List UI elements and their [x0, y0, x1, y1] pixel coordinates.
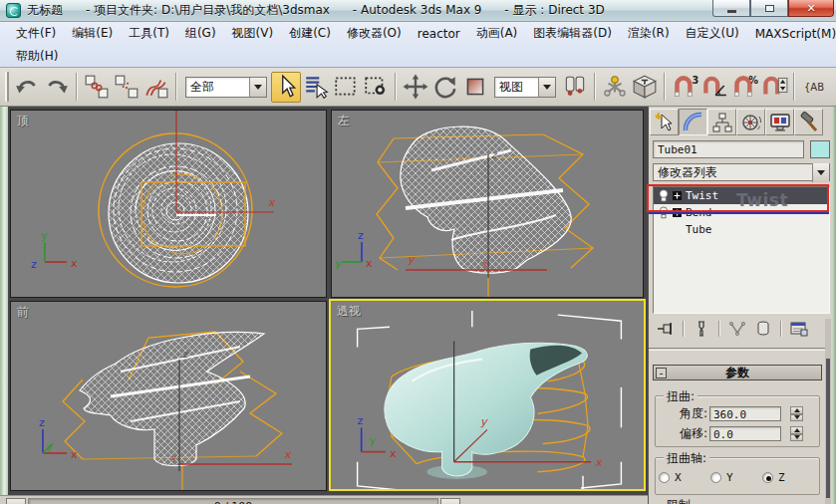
minimize-button[interactable] — [712, 0, 750, 17]
hierarchy-icon — [711, 112, 733, 133]
viewport-front-label[interactable]: 前 — [17, 304, 29, 321]
select-and-scale-button[interactable] — [460, 72, 490, 103]
modify-icon — [683, 112, 704, 133]
rectangular-selection-region-button[interactable] — [331, 72, 361, 103]
menu-modifiers[interactable]: 修改器(O) — [339, 23, 410, 44]
menu-rendering[interactable]: 渲染(R) — [620, 23, 678, 44]
stack-item-bend[interactable]: Bend — [654, 204, 829, 221]
next-frame-button[interactable]: > — [440, 498, 460, 504]
time-slider-track[interactable]: 0 / 100 — [28, 498, 438, 504]
viewport-top-label[interactable]: 顶 — [17, 113, 29, 129]
configure-modifier-sets-button[interactable] — [786, 320, 812, 338]
angle-snap-button[interactable] — [699, 72, 729, 103]
twist-group: 扭曲: 角度: 360.0 偏移: 0.0 — [655, 395, 820, 447]
coordinate-system-dropdown[interactable]: 视图 — [494, 77, 556, 98]
restore-button[interactable] — [750, 0, 788, 17]
object-name-field[interactable]: Tube01 — [653, 140, 804, 158]
bias-spin-down[interactable] — [790, 434, 803, 442]
redo-button[interactable] — [42, 72, 72, 103]
parameters-rollout-header[interactable]: - 参数 — [653, 365, 822, 380]
angle-spin-down[interactable] — [790, 414, 803, 422]
undo-button[interactable] — [12, 72, 42, 103]
window-crossing-button[interactable] — [361, 72, 391, 103]
menu-help[interactable]: 帮助(H) — [8, 46, 66, 67]
tab-hierarchy[interactable] — [707, 109, 736, 135]
panel-scrollbar-thumb[interactable] — [826, 359, 830, 498]
bind-spacewarp-button[interactable] — [141, 72, 171, 103]
utilities-icon — [798, 112, 820, 133]
close-button[interactable]: ✕ — [788, 0, 834, 17]
menu-customize[interactable]: 自定义(U) — [678, 23, 747, 44]
dropdown-arrow-icon — [538, 78, 555, 97]
spinner-snap-button[interactable] — [759, 72, 789, 103]
panel-scrollbar[interactable] — [825, 319, 831, 504]
select-cursor-icon — [273, 74, 299, 100]
unlink-button[interactable] — [112, 72, 141, 103]
tab-create[interactable] — [650, 109, 679, 135]
modifier-list-dropdown[interactable]: 修改器列表 — [653, 163, 830, 181]
tab-modify[interactable] — [679, 109, 707, 135]
angle-spin-up[interactable] — [790, 406, 803, 414]
select-object-button[interactable] — [271, 72, 301, 103]
menu-tools[interactable]: 工具(T) — [121, 23, 177, 44]
tab-motion[interactable] — [736, 109, 765, 135]
menu-animation[interactable]: 动画(A) — [468, 23, 526, 44]
select-and-move-button[interactable] — [401, 72, 430, 103]
selection-filter-dropdown[interactable]: 全部 — [185, 77, 267, 98]
viewport-top[interactable]: 顶 x y — [10, 110, 327, 298]
menu-create[interactable]: 创建(C) — [281, 23, 339, 44]
select-and-manipulate-button[interactable] — [600, 72, 630, 103]
menu-maxscript[interactable]: MAXScript(M) — [747, 25, 836, 43]
toolbar-grip[interactable] — [5, 72, 9, 102]
unlink-icon — [114, 74, 139, 100]
bias-label: 偏移: — [662, 425, 707, 442]
percent-snap-button[interactable]: % — [729, 72, 759, 103]
select-by-name-button[interactable] — [301, 72, 331, 103]
object-color-swatch[interactable] — [810, 140, 830, 158]
menu-row-2: 帮助(H) — [0, 45, 836, 68]
viewport-front[interactable]: 前 z x y z x — [10, 301, 327, 491]
viewport-perspective-label[interactable]: 透视 — [337, 303, 361, 320]
link-button[interactable] — [82, 72, 112, 103]
stack-toolbar — [653, 319, 830, 339]
viewport-perspective[interactable]: 透视 — [329, 299, 646, 491]
stack-item-tube[interactable]: Tube — [654, 221, 829, 238]
time-slider: < 0 / 100 > — [0, 495, 648, 504]
menu-reactor[interactable]: reactor — [410, 25, 468, 43]
tab-display[interactable] — [765, 109, 794, 135]
prev-frame-button[interactable]: < — [6, 498, 26, 504]
make-unique-button[interactable] — [724, 320, 750, 338]
viewport-left[interactable]: 左 z y x z y — [331, 110, 644, 298]
pin-stack-button[interactable] — [653, 320, 679, 338]
bias-field[interactable]: 0.0 — [709, 426, 781, 441]
expand-plus-icon[interactable] — [673, 191, 682, 200]
expand-plus-icon[interactable] — [673, 208, 682, 217]
menu-edit[interactable]: 编辑(E) — [64, 23, 121, 44]
window-frame-left — [0, 107, 8, 504]
menu-graph-editors[interactable]: 图表编辑器(D) — [525, 23, 620, 44]
menu-group[interactable]: 组(G) — [177, 23, 224, 44]
menu-file[interactable]: 文件(F) — [8, 23, 64, 44]
show-end-result-button[interactable] — [689, 320, 714, 338]
top-tripod-y: y — [41, 229, 48, 242]
select-and-rotate-button[interactable] — [430, 72, 460, 103]
axis-z-option[interactable]: Z — [762, 471, 814, 484]
named-selection-sets-button[interactable]: {AB — [799, 72, 829, 103]
stack-item-twist[interactable]: Twist — [654, 187, 829, 204]
viewport-left-label[interactable]: 左 — [338, 113, 350, 129]
angle-field[interactable]: 360.0 — [709, 406, 781, 421]
coordinate-system-value: 视图 — [495, 79, 538, 96]
snap-toggle-3d-button[interactable]: 3 — [670, 72, 699, 103]
window-title: 无标题 - 项目文件夹: D:\用户目录\我的文档\3dsmax - Autod… — [27, 2, 605, 19]
menu-views[interactable]: 视图(V) — [224, 23, 282, 44]
visibility-bulb-icon[interactable] — [659, 189, 669, 202]
axis-y-option[interactable]: Y — [710, 471, 762, 484]
visibility-bulb-icon[interactable] — [659, 206, 669, 219]
close-icon: ✕ — [806, 2, 815, 15]
axis-x-option[interactable]: X — [659, 471, 710, 484]
remove-modifier-button[interactable] — [750, 320, 776, 338]
keyboard-override-button[interactable] — [630, 72, 660, 103]
tab-utilities[interactable] — [794, 109, 823, 135]
use-pivot-center-button[interactable] — [560, 72, 590, 103]
bias-spin-up[interactable] — [790, 426, 803, 434]
